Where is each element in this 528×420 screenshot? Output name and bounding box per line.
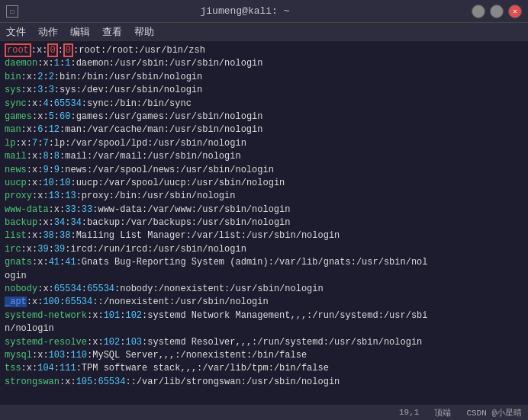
terminal-line: list:x:38:38:Mailing List Manager:/var/l… — [5, 229, 523, 242]
app-icon-symbol: ☐ — [10, 7, 14, 16]
terminal-line: systemd-resolve:x:102:103:systemd Resolv… — [5, 336, 523, 349]
terminal-line: irc:x:39:39:ircd:/run/ircd:/usr/sbin/nol… — [5, 243, 523, 256]
root-highlight: root — [5, 43, 31, 57]
terminal-line: uucp:x:10:10:uucp:/var/spool/uucp:/usr/s… — [5, 177, 523, 190]
terminal-content: root:x:0:0:root:/root:/usr/bin/zsh daemo… — [0, 41, 528, 420]
csdn-watermark: CSDN @小星晴 — [466, 407, 522, 418]
terminal-line: _apt:x:100:65534::/nonexistent:/usr/sbin… — [5, 296, 523, 309]
terminal-line: proxy:x:13:13:proxy:/bin:/usr/sbin/nolog… — [5, 190, 523, 203]
statusbar: 19,1 顶端 CSDN @小星晴 — [0, 405, 528, 420]
minimize-button[interactable] — [472, 5, 485, 18]
terminal-line: systemd-network:x:101:102:systemd Networ… — [5, 309, 523, 322]
terminal-line: sync:x:4:65534:sync:/bin:/bin/sync — [5, 98, 523, 111]
titlebar-left: ☐ — [6, 5, 18, 18]
terminal-line: games:x:5:60:games:/usr/games:/usr/sbin/… — [5, 111, 523, 123]
terminal-line: nobody:x:65534:65534:nobody:/nonexistent… — [5, 283, 523, 296]
terminal-line: ogin — [5, 270, 523, 283]
terminal-line: tss:x:104:111:TPM software stack,,,:/var… — [5, 362, 523, 375]
terminal-line: news:x:9:9:news:/var/spool/news:/usr/sbi… — [5, 164, 523, 177]
menu-edit[interactable]: 编辑 — [70, 25, 90, 39]
terminal-line: strongswan:x:105:65534::/var/lib/strongs… — [5, 376, 523, 389]
cursor-position: 19,1 — [399, 408, 419, 417]
terminal-line: sys:x:3:3:sys:/dev:/usr/sbin/nologin — [5, 84, 523, 97]
terminal-line: mysql:x:103:110:MySQL Server,,,:/nonexis… — [5, 349, 523, 362]
menu-action[interactable]: 动作 — [38, 25, 58, 39]
app-icon: ☐ — [6, 5, 18, 18]
terminal-line: man:x:6:12:man:/var/cache/man:/usr/sbin/… — [5, 123, 523, 136]
titlebar: ☐ jiumeng@kali: ~ ✕ — [0, 0, 528, 23]
terminal-line: mail:x:8:8:mail:/var/mail:/usr/sbin/nolo… — [5, 150, 523, 163]
terminal-line: gnats:x:41:41:Gnats Bug-Reporting System… — [5, 256, 523, 269]
terminal-line: lp:x:7:7:lp:/var/spool/lpd:/usr/sbin/nol… — [5, 137, 523, 150]
menu-file[interactable]: 文件 — [6, 25, 26, 39]
close-button[interactable]: ✕ — [508, 5, 522, 18]
menu-view[interactable]: 查看 — [102, 25, 122, 39]
titlebar-title: jiumeng@kali: ~ — [200, 5, 289, 17]
menubar: 文件 动作 编辑 查看 帮助 — [0, 23, 528, 41]
terminal-line: backup:x:34:34:backup:/var/backups:/usr/… — [5, 216, 523, 229]
window-controls[interactable]: ✕ — [472, 5, 522, 18]
scroll-mode: 顶端 — [434, 407, 451, 418]
terminal-line: www-data:x:33:33:www-data:/var/www:/usr/… — [5, 204, 523, 216]
maximize-button[interactable] — [490, 5, 504, 18]
menu-help[interactable]: 帮助 — [134, 25, 154, 39]
terminal-line: n/nologin — [5, 322, 523, 335]
terminal-line: root:x:0:0:root:/root:/usr/bin/zsh — [5, 44, 523, 57]
terminal-line: bin:x:2:2:bin:/bin:/usr/sbin/nologin — [5, 71, 523, 84]
terminal-line: daemon:x:1:1:daemon:/usr/sbin:/usr/sbin/… — [5, 57, 523, 70]
